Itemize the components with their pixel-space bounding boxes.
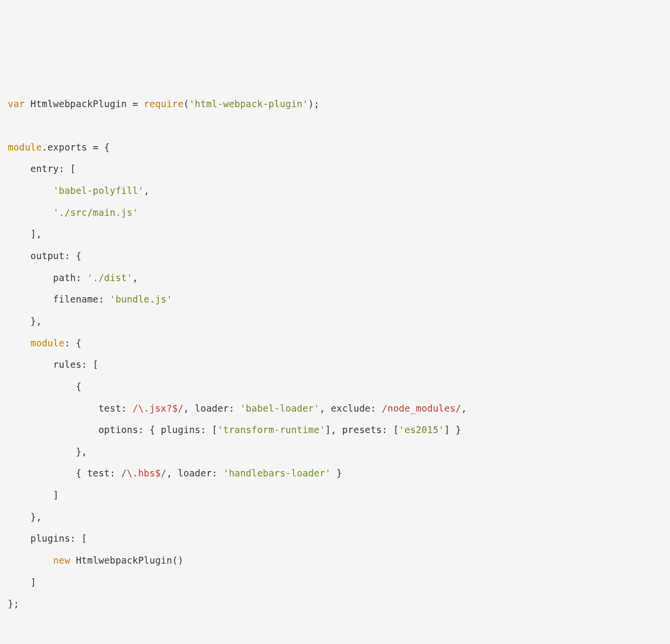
code-token: }, xyxy=(8,511,42,522)
code-token: , exclude: xyxy=(319,403,382,414)
code-token: } xyxy=(331,468,342,478)
code-token: 'transform-runtime' xyxy=(218,424,325,435)
code-token: }, xyxy=(8,316,42,326)
code-token: , xyxy=(461,403,467,414)
code-token: ], presets: [ xyxy=(325,424,399,435)
code-token: /\.hbs$/ xyxy=(121,468,167,478)
code-token: module xyxy=(8,142,42,152)
code-token: var xyxy=(8,98,25,109)
code-token: , xyxy=(144,185,149,196)
code-token: './dist' xyxy=(87,272,132,283)
code-token xyxy=(8,338,31,348)
code-token: ] xyxy=(8,577,36,587)
code-token: ( xyxy=(184,98,189,109)
code-token: , loader: xyxy=(184,403,240,414)
code-token: path: xyxy=(8,272,87,283)
code-token: 'babel-loader' xyxy=(240,403,319,414)
code-token xyxy=(8,555,53,566)
code-token: test: xyxy=(8,403,132,414)
code-token: }; xyxy=(8,598,19,609)
code-token: require xyxy=(144,98,183,109)
code-token: 'bundle.js' xyxy=(110,294,172,304)
code-token: { test: xyxy=(8,468,121,478)
code-token: ] } xyxy=(444,424,461,435)
code-token: 'babel-polyfill' xyxy=(53,185,144,196)
code-token: 'html-webpack-plugin' xyxy=(189,98,308,109)
code-token: plugins: [ xyxy=(8,533,87,544)
code-token: { xyxy=(8,381,81,392)
code-token: module xyxy=(31,338,65,348)
code-token: filename: xyxy=(8,294,110,304)
code-token: , loader: xyxy=(167,468,223,478)
code-token: ] xyxy=(8,490,59,500)
code-token: ); xyxy=(308,98,319,109)
code-token: output: { xyxy=(8,250,81,261)
code-token: ], xyxy=(8,228,42,239)
code-token: : { xyxy=(64,338,81,348)
code-token: /node_modules/ xyxy=(382,403,461,414)
code-token xyxy=(8,207,53,218)
code-token: 'es2015' xyxy=(399,424,444,435)
code-token: HtmlwebpackPlugin() xyxy=(70,555,184,566)
code-token: options: { plugins: [ xyxy=(8,424,218,435)
code-token xyxy=(8,185,53,196)
code-token: './src/main.js' xyxy=(53,207,138,218)
code-token: , xyxy=(132,272,138,283)
code-token: .exports = { xyxy=(42,142,110,152)
code-token: }, xyxy=(8,446,87,457)
code-token: new xyxy=(53,555,70,566)
code-token: HtmlwebpackPlugin = xyxy=(25,98,144,109)
code-token: /\.jsx?$/ xyxy=(132,403,184,414)
code-token: entry: [ xyxy=(8,163,76,174)
code-token: 'handlebars-loader' xyxy=(223,468,331,478)
code-block: var HtmlwebpackPlugin = require('html-we… xyxy=(8,93,662,615)
code-token: rules: [ xyxy=(8,359,98,370)
